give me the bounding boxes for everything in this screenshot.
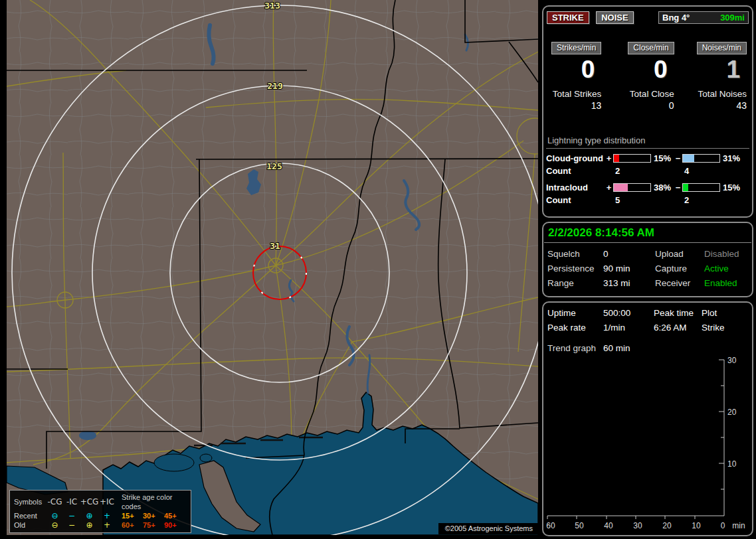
- svg-text:60: 60: [546, 521, 555, 530]
- receiver-label: Receiver: [655, 278, 704, 288]
- legend-col-neg-ic: -IC: [64, 497, 80, 506]
- cloud-ground-count-row: Count 2 4: [546, 166, 749, 176]
- upload-label: Upload: [655, 249, 704, 259]
- legend-col-neg-cg: -CG: [46, 497, 64, 506]
- recent-neg-cg-icon: ⊖: [46, 511, 64, 520]
- total-strikes-value: 13: [549, 100, 601, 111]
- bearing-range: 309mi: [720, 12, 745, 23]
- strikes-per-min-button[interactable]: Strikes/min: [551, 42, 601, 54]
- upload-status: Disabled: [704, 249, 752, 259]
- legend-col-pos-cg: +CG: [80, 497, 99, 506]
- peak-time-value: 6:26 AM: [654, 323, 702, 333]
- bearing-label: Bng 4°: [662, 13, 690, 23]
- noises-per-min-value: 1: [694, 57, 747, 82]
- copyright-text: ©2005 Astrogenic Systems: [438, 523, 538, 534]
- age-75: 75+: [143, 520, 164, 530]
- plus-sign: +: [605, 153, 613, 163]
- status-panel: 2/2/2026 8:14:56 AM Squelch 0 Upload Dis…: [542, 222, 753, 297]
- intracloud-label: Intracloud: [546, 183, 605, 193]
- svg-text:50: 50: [575, 521, 584, 530]
- svg-text:10: 10: [727, 459, 737, 469]
- peak-rate-label: Peak rate: [547, 323, 603, 333]
- cg-positive-pct: 15%: [651, 153, 674, 163]
- trend-panel: Uptime 500:00 Peak time Plot Peak rate 1…: [542, 301, 753, 536]
- age-45: 45+: [164, 511, 187, 520]
- svg-text:20: 20: [662, 521, 672, 530]
- cloud-ground-label: Cloud-ground: [546, 153, 605, 163]
- uptime-value: 500:00: [603, 308, 654, 318]
- persistence-value: 90 min: [603, 264, 655, 273]
- peak-time-label: Peak time: [654, 308, 702, 318]
- total-strikes-label: Total Strikes: [549, 89, 601, 99]
- svg-text:20: 20: [727, 408, 737, 417]
- range-value: 313 mi: [603, 278, 655, 288]
- old-pos-ic-icon: +: [99, 520, 115, 530]
- svg-text:30: 30: [633, 521, 642, 530]
- count-label: Count: [546, 166, 605, 176]
- total-noises-value: 43: [694, 100, 747, 111]
- legend-symbols-header: Symbols: [14, 497, 46, 506]
- capture-label: Capture: [655, 264, 704, 273]
- ic-positive-bar: [613, 183, 651, 192]
- receiver-status: Enabled: [704, 278, 752, 288]
- age-30: 30+: [143, 511, 164, 520]
- capture-status: Active: [704, 264, 752, 273]
- legend-age-header: Strike age color codes: [122, 493, 187, 511]
- distribution-title: Lightning type distribution: [546, 135, 749, 149]
- lightning-map[interactable]: 313 219 125 31 Symbols -CG -IC +CG +IC S…: [7, 0, 538, 535]
- x-axis-labels: 60 50 40 30 20 10 0 min: [546, 521, 745, 530]
- strikes-column: Strikes/min 0 Total Strikes 13: [549, 41, 601, 111]
- ic-negative-bar: [682, 183, 720, 192]
- total-close-value: 0: [621, 100, 674, 111]
- svg-text:40: 40: [604, 521, 613, 530]
- old-neg-cg-icon: ⊖: [46, 520, 64, 530]
- strike-button[interactable]: STRIKE: [547, 11, 589, 24]
- close-per-min-value: 0: [621, 57, 674, 82]
- age-60: 60+: [122, 520, 143, 530]
- cg-negative-bar: [682, 154, 720, 163]
- range-label: Range: [547, 278, 603, 288]
- intracloud-count-row: Count 5 2: [546, 195, 749, 205]
- ic-negative-count: 2: [682, 195, 720, 205]
- y-axis-ticks: [719, 360, 724, 489]
- close-per-min-button[interactable]: Close/min: [628, 42, 674, 54]
- svg-text:0: 0: [721, 521, 725, 530]
- close-column: Close/min 0 Total Close 0: [621, 41, 674, 111]
- peak-rate-value: 1/min: [603, 323, 654, 333]
- trend-window-value: 60 min: [603, 343, 630, 353]
- plot-label: Plot: [702, 308, 752, 318]
- svg-text:30: 30: [727, 356, 737, 365]
- bearing-readout: Bng 4° 309mi: [658, 11, 749, 24]
- persistence-label: Persistence: [547, 264, 603, 273]
- total-noises-label: Total Noises: [694, 89, 747, 99]
- strikes-per-min-value: 0: [549, 57, 601, 82]
- cg-negative-count: 4: [682, 166, 720, 176]
- plus-sign: +: [605, 183, 613, 193]
- cloud-ground-row: Cloud-ground + 15% − 31%: [546, 153, 749, 163]
- squelch-label: Squelch: [547, 249, 603, 259]
- ic-positive-pct: 38%: [651, 183, 674, 193]
- cg-positive-bar: [613, 154, 651, 163]
- age-15: 15+: [122, 511, 143, 520]
- noises-per-min-button[interactable]: Noises/min: [697, 42, 747, 54]
- svg-text:31: 31: [270, 241, 280, 251]
- legend-old-label: Old: [14, 520, 46, 530]
- minus-sign: −: [674, 153, 682, 163]
- ic-positive-count: 5: [613, 195, 651, 205]
- plot-mode-value: Strike: [702, 323, 752, 333]
- count-label: Count: [546, 195, 605, 205]
- noise-button[interactable]: NOISE: [596, 11, 633, 24]
- trend-chart: 30 20 10 60 50 40 30 20 10 0 min: [546, 353, 752, 532]
- recent-pos-cg-icon: ⊕: [80, 511, 99, 520]
- lightning-distribution: Lightning type distribution Cloud-ground…: [546, 135, 749, 212]
- svg-text:125: 125: [266, 161, 282, 171]
- strike-stats-panel: STRIKE NOISE Bng 4° 309mi Strikes/min 0 …: [542, 5, 753, 218]
- cg-positive-count: 2: [613, 166, 651, 176]
- intracloud-row: Intracloud + 38% − 15%: [546, 183, 749, 193]
- legend-recent-label: Recent: [14, 511, 46, 520]
- uptime-label: Uptime: [547, 308, 603, 318]
- noises-column: Noises/min 1 Total Noises 43: [694, 41, 747, 111]
- trend-graph-label: Trend graph: [547, 343, 603, 353]
- squelch-value: 0: [603, 249, 655, 259]
- ic-negative-pct: 15%: [720, 183, 743, 193]
